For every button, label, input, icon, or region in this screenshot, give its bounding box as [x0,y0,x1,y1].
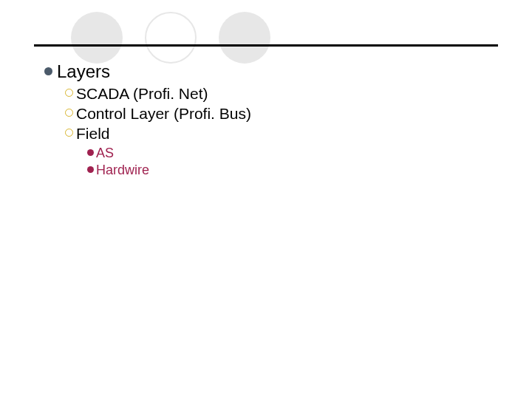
list-item: Field [65,123,502,143]
bullet-ring-icon [65,129,73,137]
bullet-dot-icon [87,166,94,173]
decor-circle-2 [145,12,197,64]
level2-text: SCADA (Profi. Net) [76,83,208,103]
decor-circle-1 [71,12,123,64]
level3-text: Hardwire [96,162,149,179]
list-item: AS [87,145,502,162]
level2-text: Field [76,123,110,143]
slide: Layers SCADA (Profi. Net) Control Layer … [0,0,532,399]
list-item: Control Layer (Profi. Bus) [65,103,502,123]
list-item: Layers [44,61,502,82]
bullet-ring-icon [65,109,73,117]
bullet-dot-icon [87,149,94,156]
content-body: Layers SCADA (Profi. Net) Control Layer … [44,61,502,179]
level2-text: Control Layer (Profi. Bus) [76,103,251,123]
title-rule [34,44,498,47]
list-item: Hardwire [87,162,502,179]
bullet-ring-icon [65,89,73,97]
level1-text: Layers [57,61,110,82]
list-item: SCADA (Profi. Net) [65,83,502,103]
decor-circle-3 [219,12,270,64]
bullet-disc-icon [44,67,52,75]
level3-text: AS [96,145,114,162]
